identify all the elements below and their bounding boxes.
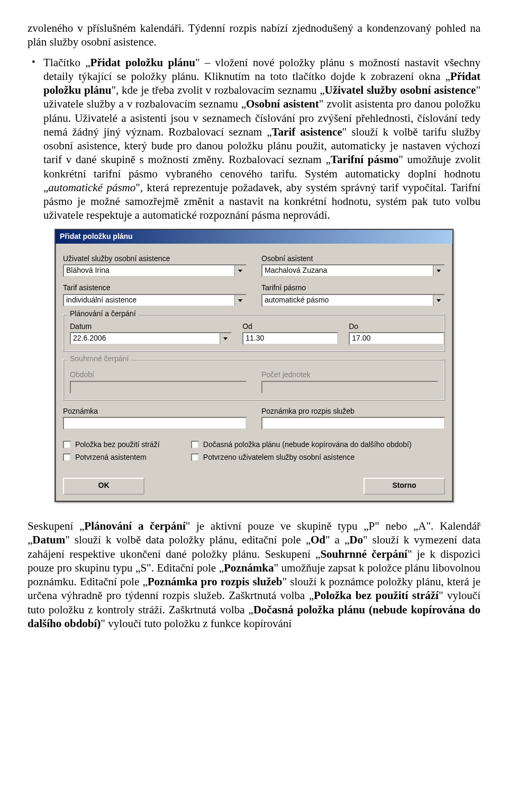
button-label: Storno [392,481,416,489]
chevron-down-icon[interactable] [234,295,246,306]
bold-phrase: Osobní asistent [246,97,319,110]
checkbox-temporary-item[interactable]: Dočasná položka plánu (nebude kopírována… [191,440,445,450]
bold-phrase: Plánování a čerpání [84,520,185,532]
input-units [261,381,438,394]
button-label: OK [98,481,110,489]
label-note-schedule: Poznámka pro rozpis služeb [261,407,445,416]
combo-tariff-zone-value: automatické pásmo [265,296,329,305]
checkbox-icon [191,453,199,461]
chevron-down-icon[interactable] [433,295,444,306]
label-period: Období [70,370,247,380]
bold-phrase: Položka bez použití stráží [314,589,439,602]
bold-phrase: Poznámka [224,561,274,574]
svg-marker-2 [238,299,242,302]
checkbox-label: Položka bez použití stráží [75,440,160,450]
combo-assistant-value: Machalová Zuzana [265,266,327,275]
date-value: 22.6.2006 [73,334,106,343]
bold-phrase: Uživatel služby osobní asistence [325,84,476,96]
text-frag: ", kde je třeba zvolit v rozbalovacím se… [111,84,324,96]
label-tariff: Tarif asistence [63,283,247,293]
input-note[interactable] [63,417,247,430]
checkbox-label: Potvrzená asistentem [75,453,147,462]
checkbox-icon [63,441,71,449]
dialog-add-plan-item: Přidat položku plánu Uživatel služby oso… [55,229,453,503]
ok-button[interactable]: OK [63,478,144,495]
checkbox-label: Dočasná položka plánu (nebude kopírována… [203,440,412,450]
group-summary: Období Počet jednotek [63,359,445,400]
dialog-body: Uživatel služby osobní asistence Bláhová… [56,244,452,502]
italic-phrase: automatické pásmo [48,181,135,194]
bullet-add-item: Tlačítko „Přidat položku plánu" – vložen… [28,56,480,222]
bold-phrase: Přidat položku plánu [90,56,195,69]
chevron-down-icon[interactable] [234,265,246,276]
checkbox-icon [63,453,71,461]
checkbox-icon [191,441,199,449]
text-frag: Seskupení „ [28,520,84,532]
paragraph-2: Seskupení „Plánování a čerpání" je aktiv… [28,519,480,630]
input-from[interactable]: 11.30 [242,332,338,345]
text-frag: " a „ [325,533,349,546]
label-note: Poznámka [63,407,247,416]
combo-tariff-value: individuální asistence [66,296,137,305]
label-date: Datum [70,322,232,332]
combo-user[interactable]: Bláhová Irina [63,264,247,277]
bold-phrase: Do [349,533,363,546]
combo-tariff-zone[interactable]: automatické pásmo [261,294,445,307]
input-to[interactable]: 17.00 [349,332,444,345]
text-frag: zvoleného v příslušném kalendáři. Týdenn… [28,22,480,48]
chevron-down-icon[interactable] [433,265,444,276]
text-frag: Tlačítko „ [43,56,90,69]
bold-phrase: Tarif asistence [272,126,342,138]
checkbox-no-guards[interactable]: Položka bez použití stráží [63,440,182,450]
dialog-title: Přidat položku plánu [60,232,133,240]
dialog-titlebar[interactable]: Přidat položku plánu [56,230,452,244]
bold-phrase: Od [311,533,325,546]
svg-marker-3 [437,299,441,302]
bold-phrase: Souhrnné čerpání [320,548,407,560]
combo-assistant[interactable]: Machalová Zuzana [261,264,445,277]
text-frag: " slouží k volbě data položky plánu, edi… [65,533,311,546]
chevron-down-icon[interactable] [220,333,231,344]
input-to-value: 17.00 [352,334,370,343]
label-tariff-zone: Tarifní pásmo [261,283,445,293]
svg-marker-4 [223,337,228,340]
input-period [70,381,247,394]
svg-marker-0 [238,270,242,272]
checkbox-confirmed-user[interactable]: Potvrzeno uživatelem služby osobní asist… [191,453,445,462]
label-to: Do [349,322,444,332]
bold-phrase: Poznámka pro rozpis služeb [148,575,283,588]
cancel-button[interactable]: Storno [364,478,445,495]
checkbox-confirmed-assistant[interactable]: Potvrzená asistentem [63,453,182,462]
label-units: Počet jednotek [261,370,438,380]
label-assistant: Osobní asistent [261,254,445,264]
combo-user-value: Bláhová Irina [66,266,110,275]
bold-phrase: Tarifní pásmo [331,153,398,166]
input-from-value: 11.30 [246,334,264,343]
checkbox-label: Potvrzeno uživatelem služby osobní asist… [203,453,355,462]
text-frag: " vyloučí tuto položku z funkce kopírová… [101,617,292,630]
combo-tariff[interactable]: individuální asistence [63,294,247,307]
svg-marker-1 [437,270,441,272]
paragraph-1: zvoleného v příslušném kalendáři. Týdenn… [28,21,480,49]
bold-phrase: Datum [32,533,65,546]
label-from: Od [242,322,338,332]
datepicker-date[interactable]: 22.6.2006 [70,332,232,345]
input-note-schedule[interactable] [261,417,445,430]
group-planning: Datum 22.6.2006 Od 11.30 Do 17.00 [63,314,445,352]
label-user: Uživatel služby osobní asistence [63,254,247,264]
